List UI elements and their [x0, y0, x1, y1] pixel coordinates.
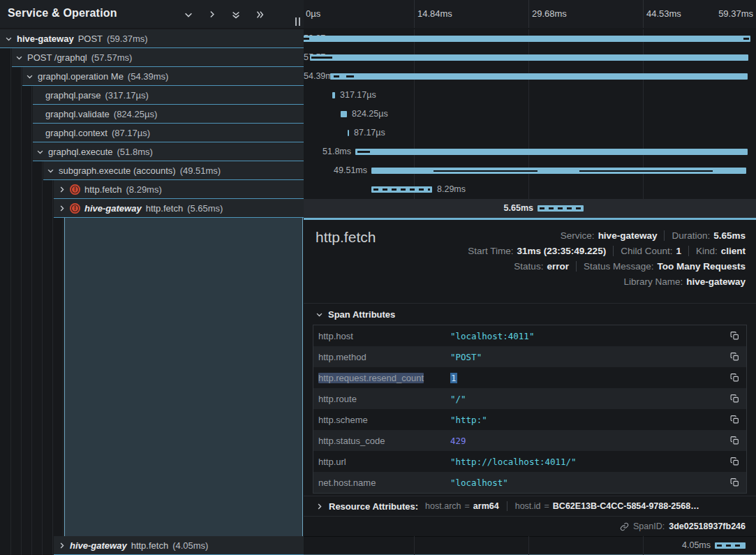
- attribute-row: http.request.resend_count1: [313, 367, 746, 388]
- attr-key-text: http.method: [318, 352, 366, 362]
- span-bar[interactable]: [304, 36, 750, 42]
- bar-duration-label: 5.65ms: [304, 203, 533, 213]
- meta-label: Status Message:: [584, 261, 654, 272]
- chevron-right-icon[interactable]: [58, 186, 66, 193]
- tree-row[interactable]: graphql.context(87.17µs): [33, 124, 304, 142]
- attr-key[interactable]: http.method: [313, 352, 450, 362]
- tree-row[interactable]: graphql.parse(317.17µs): [33, 86, 304, 105]
- copy-button[interactable]: [729, 393, 740, 404]
- bar-duration-label: 8.29ms: [437, 184, 466, 194]
- tree-row[interactable]: hive-gatewayPOST(59.37ms): [0, 29, 304, 48]
- chevron-down-icon[interactable]: [5, 35, 13, 43]
- span-bar[interactable]: [330, 73, 748, 80]
- span-attributes-header[interactable]: Span Attributes: [316, 309, 395, 320]
- timeline-bottom-row: 4.05ms: [304, 536, 756, 555]
- attr-value[interactable]: 429: [450, 436, 466, 446]
- meta-label: Library Name:: [623, 276, 683, 287]
- link-icon[interactable]: [620, 522, 629, 531]
- collapse-all-double-chevron-down-icon[interactable]: [230, 8, 242, 20]
- chevron-right-icon[interactable]: [58, 542, 66, 549]
- span-bar[interactable]: [538, 205, 584, 212]
- attr-key[interactable]: http.route: [313, 394, 450, 404]
- bar-duration-label: 317.17µs: [340, 90, 376, 100]
- attr-key[interactable]: net.host.name: [313, 478, 450, 488]
- axis-tick-label: 0µs: [306, 8, 320, 19]
- chevron-down-icon[interactable]: [15, 54, 23, 61]
- tree-row[interactable]: graphql.validate(824.25µs): [33, 105, 304, 124]
- span-bar[interactable]: [355, 149, 748, 155]
- tree-row[interactable]: graphql.execute(51.8ms): [33, 142, 304, 161]
- timeline-gridline: [528, 180, 529, 199]
- span-bar[interactable]: [341, 111, 347, 117]
- resource-attr-equals: =: [544, 501, 549, 511]
- span-bar[interactable]: [310, 54, 748, 61]
- bar-duration-label: 57.57ms: [304, 52, 306, 62]
- timeline-axis: 0µs14.84ms29.68ms44.53ms59.37ms: [304, 0, 756, 28]
- span-bar[interactable]: [371, 186, 432, 193]
- span-bar[interactable]: [348, 130, 349, 136]
- attr-value[interactable]: 1: [450, 373, 457, 383]
- span-bar[interactable]: [332, 92, 335, 98]
- copy-button[interactable]: [729, 435, 740, 446]
- timeline-row: 49.51ms: [304, 161, 756, 180]
- chevron-right-icon[interactable]: [58, 205, 66, 212]
- attr-key[interactable]: http.scheme: [313, 415, 450, 425]
- resource-attr-value: arm64: [473, 501, 499, 511]
- tree-row[interactable]: subgraph.execute (accounts)(49.51ms): [43, 161, 304, 180]
- tree-row[interactable]: POST /graphql(57.57ms): [12, 48, 304, 67]
- copy-button[interactable]: [729, 351, 740, 362]
- chevron-right-icon: [316, 503, 323, 510]
- attr-value[interactable]: "localhost": [450, 478, 508, 488]
- meta-divider: [688, 246, 689, 256]
- error-icon: !: [70, 203, 80, 214]
- attribute-row: http.method"POST": [313, 346, 746, 367]
- copy-button[interactable]: [729, 330, 740, 341]
- timeline-gridline: [528, 105, 529, 124]
- attr-key[interactable]: http.status_code: [313, 436, 450, 446]
- tree-row[interactable]: !http.fetch(8.29ms): [54, 180, 304, 199]
- attr-value-text: "localhost": [450, 478, 508, 488]
- tree-row[interactable]: hive-gatewayhttp.fetch(4.05ms): [54, 536, 304, 555]
- expand-all-double-chevron-right-icon[interactable]: [253, 8, 265, 20]
- span-tree-panel: Service & Operation hive-gatewayPOST(59.…: [0, 0, 304, 555]
- copy-button[interactable]: [729, 372, 740, 383]
- copy-button[interactable]: [729, 456, 740, 467]
- span-duration: (54.39ms): [128, 71, 169, 82]
- panel-resize-handle[interactable]: [293, 17, 302, 27]
- meta-label: Status:: [514, 261, 543, 272]
- axis-gridline: [528, 0, 529, 28]
- timeline-gridline: [414, 124, 415, 142]
- axis-tick-label: 59.37ms: [718, 8, 753, 19]
- meta-line: Start Time:31ms (23:35:49.225)Child Coun…: [468, 243, 746, 258]
- bar-duration-label: 49.51ms: [304, 165, 367, 175]
- chevron-down-icon[interactable]: [47, 167, 54, 175]
- copy-button[interactable]: [729, 477, 740, 488]
- attr-key[interactable]: http.url: [313, 457, 450, 467]
- resource-attributes-heading[interactable]: Resource Attributes:: [329, 501, 418, 512]
- meta-line: Status:errorStatus Message:Too Many Requ…: [468, 258, 746, 274]
- tree-row[interactable]: !hive-gatewayhttp.fetch(5.65ms): [54, 199, 304, 218]
- attr-value[interactable]: "/": [450, 394, 466, 404]
- timeline-gridline: [643, 105, 644, 124]
- axis-gridline: [414, 0, 415, 28]
- tree-row[interactable]: graphql.operation Me(54.39ms): [22, 67, 304, 86]
- child-span-overlay: [579, 170, 713, 172]
- attr-value[interactable]: "http:": [450, 415, 487, 425]
- collapse-one-chevron-down-icon[interactable]: [182, 8, 194, 20]
- attr-key[interactable]: http.request.resend_count: [313, 373, 450, 383]
- copy-button[interactable]: [729, 414, 740, 425]
- meta-value: hive-gateway: [686, 276, 746, 287]
- attr-key[interactable]: http.host: [313, 331, 450, 341]
- span-operation-name: graphql.parse: [45, 90, 101, 101]
- span-duration: (51.8ms): [117, 147, 153, 157]
- span-event-mark: [357, 151, 370, 153]
- expand-one-chevron-right-icon[interactable]: [206, 8, 218, 20]
- chevron-down-icon[interactable]: [26, 73, 34, 80]
- attr-value[interactable]: "localhost:4011": [450, 331, 534, 341]
- span-bar[interactable]: [715, 542, 746, 549]
- chevron-down-icon[interactable]: [36, 148, 44, 156]
- attr-key-text: http.route: [318, 394, 357, 404]
- attr-value[interactable]: "http://localhost:4011/": [450, 457, 577, 467]
- meta-label: Start Time:: [468, 246, 513, 256]
- attr-value[interactable]: "POST": [450, 352, 482, 362]
